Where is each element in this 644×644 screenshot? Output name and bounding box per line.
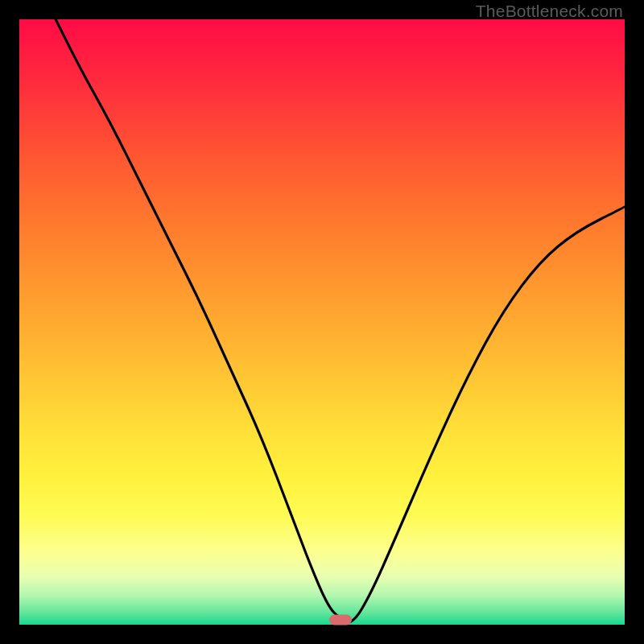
plot-area [19, 19, 625, 625]
watermark-text: TheBottleneck.com [476, 2, 623, 21]
chart-frame: TheBottleneck.com [0, 0, 644, 644]
bottleneck-curve-path [56, 19, 625, 622]
minimum-marker [329, 615, 352, 625]
curve-svg [19, 19, 625, 625]
